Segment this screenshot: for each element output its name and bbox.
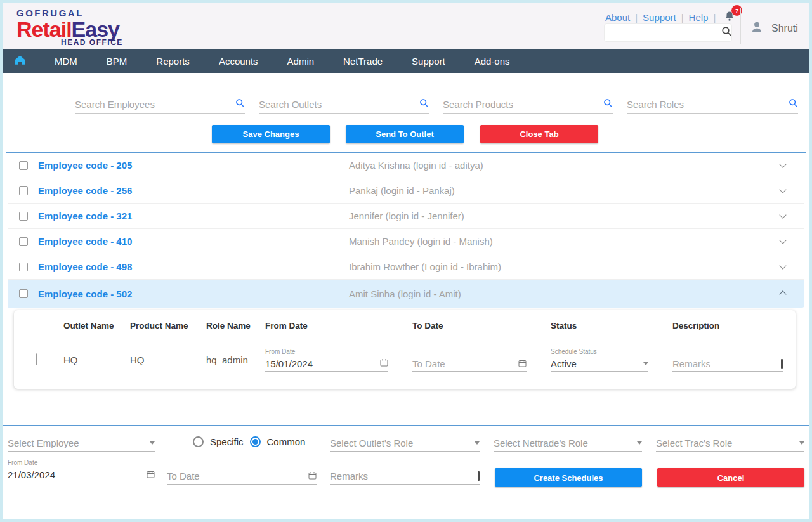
to-date-field[interactable]: To Date xyxy=(167,468,317,485)
remarks-field[interactable]: Remarks xyxy=(672,356,783,372)
nav-item-nettrade[interactable]: NetTrade xyxy=(329,56,397,67)
nettrade-role-placeholder[interactable]: Select Nettrade's Role xyxy=(494,438,588,448)
chevron-down-icon[interactable] xyxy=(779,186,786,193)
from-date-field[interactable]: From Date 21/03/2024 xyxy=(8,459,155,483)
nav-item-bpm[interactable]: BPM xyxy=(92,56,142,67)
text-cursor-bar xyxy=(781,359,783,369)
link-separator: | xyxy=(713,12,716,23)
employee-row-321[interactable]: Employee code - 321 Jennifer (login id -… xyxy=(8,204,804,229)
status-dropdown[interactable]: Schedule Status Active xyxy=(551,348,648,372)
trac-role-dropdown[interactable]: Select Trac's Role xyxy=(656,435,804,452)
col-description: Description xyxy=(665,321,790,330)
support-link[interactable]: Support xyxy=(643,12,676,23)
send-to-outlet-button[interactable]: Send To Outlet xyxy=(346,125,464,143)
select-employee-placeholder[interactable]: Select Employee xyxy=(8,438,79,448)
search-outlets-input[interactable] xyxy=(259,99,419,110)
dropdown-arrow-icon xyxy=(150,441,155,445)
product-value: HQ xyxy=(122,355,199,365)
row-checkbox[interactable] xyxy=(19,186,28,195)
chevron-down-icon[interactable] xyxy=(779,211,786,218)
calendar-icon[interactable] xyxy=(518,358,527,370)
col-product-name: Product Name xyxy=(122,321,199,330)
header-search-input[interactable] xyxy=(610,28,721,37)
to-date-field[interactable]: To Date xyxy=(412,356,527,372)
employee-code[interactable]: Employee code - 256 xyxy=(38,185,132,196)
notification-bell[interactable]: 7 xyxy=(723,10,737,24)
close-tab-button[interactable]: Close Tab xyxy=(480,125,598,143)
to-date-placeholder[interactable]: To Date xyxy=(412,358,445,369)
employee-list: Employee code - 205 Aditya Krishna (logi… xyxy=(3,153,809,389)
status-value[interactable]: Active xyxy=(551,358,577,369)
search-outlets-field[interactable] xyxy=(259,96,429,114)
link-separator: | xyxy=(681,12,684,23)
row-checkbox[interactable] xyxy=(19,161,28,170)
chevron-down-icon[interactable] xyxy=(779,160,786,167)
nettrade-role-dropdown[interactable]: Select Nettrade's Role xyxy=(494,435,642,452)
search-products-input[interactable] xyxy=(443,99,603,110)
cancel-button[interactable]: Cancel xyxy=(657,468,804,487)
calendar-icon[interactable] xyxy=(380,358,388,369)
specific-radio[interactable] xyxy=(193,436,204,447)
row-checkbox[interactable] xyxy=(19,289,28,298)
employee-code[interactable]: Employee code - 321 xyxy=(38,211,132,221)
col-role-name: Role Name xyxy=(199,321,258,330)
row-checkbox[interactable] xyxy=(19,237,28,246)
search-icon xyxy=(721,26,732,39)
remarks-placeholder[interactable]: Remarks xyxy=(672,358,710,369)
search-icon xyxy=(419,98,429,110)
specific-radio-label[interactable]: Specific xyxy=(210,436,244,447)
employee-row-498[interactable]: Employee code - 498 Ibrahim Rowther (Log… xyxy=(8,254,804,280)
chevron-down-icon[interactable] xyxy=(779,262,786,269)
help-link[interactable]: Help xyxy=(689,12,709,23)
search-employees-field[interactable] xyxy=(75,96,245,114)
employee-row-205[interactable]: Employee code - 205 Aditya Krishna (logi… xyxy=(8,153,804,178)
outlet-role-dropdown[interactable]: Select Outlet's Role xyxy=(330,435,480,452)
nav-item-reports[interactable]: Reports xyxy=(141,56,204,67)
nav-item-mdm[interactable]: MDM xyxy=(40,56,92,67)
trac-role-placeholder[interactable]: Select Trac's Role xyxy=(656,438,732,448)
save-changes-button[interactable]: Save Changes xyxy=(212,125,330,143)
from-date-value[interactable]: 21/03/2024 xyxy=(8,469,55,480)
col-from-date: From Date xyxy=(258,321,405,330)
outlet-value: HQ xyxy=(56,355,122,365)
remarks-placeholder[interactable]: Remarks xyxy=(330,471,368,481)
chevron-up-icon[interactable] xyxy=(779,290,786,297)
create-schedules-button[interactable]: Create Schedules xyxy=(495,468,642,487)
calendar-icon[interactable] xyxy=(308,471,317,482)
employee-code[interactable]: Employee code - 498 xyxy=(38,261,132,272)
search-roles-input[interactable] xyxy=(627,99,789,110)
employee-row-502[interactable]: Employee code - 502 Amit Sinha (login id… xyxy=(8,280,804,308)
common-radio-label[interactable]: Common xyxy=(267,436,306,447)
nav-item-accounts[interactable]: Accounts xyxy=(204,56,273,67)
to-date-placeholder[interactable]: To Date xyxy=(167,471,200,481)
nav-item-addons[interactable]: Add-ons xyxy=(460,56,525,67)
row-checkbox[interactable] xyxy=(19,263,28,271)
user-profile[interactable]: Shruti xyxy=(749,19,798,38)
chevron-down-icon[interactable] xyxy=(779,237,786,244)
select-employee-dropdown[interactable]: Select Employee xyxy=(8,435,155,452)
from-date-value[interactable]: 15/01/2024 xyxy=(265,358,313,369)
calendar-icon[interactable] xyxy=(147,469,155,481)
schedule-row-checkbox[interactable] xyxy=(36,353,37,365)
search-roles-field[interactable] xyxy=(627,96,798,114)
search-employees-input[interactable] xyxy=(75,99,235,110)
content-spacer xyxy=(3,389,809,425)
employee-code[interactable]: Employee code - 502 xyxy=(38,289,132,299)
nav-item-support[interactable]: Support xyxy=(397,56,460,67)
employee-row-256[interactable]: Employee code - 256 Pankaj (login id - P… xyxy=(8,178,804,204)
nav-home[interactable] xyxy=(14,54,26,69)
employee-code[interactable]: Employee code - 205 xyxy=(38,160,132,171)
from-date-field[interactable]: From Date 15/01/2024 xyxy=(265,348,388,372)
row-checkbox[interactable] xyxy=(19,212,28,221)
about-link[interactable]: About xyxy=(605,12,630,23)
nav-item-admin[interactable]: Admin xyxy=(273,56,329,67)
search-products-field[interactable] xyxy=(443,96,613,114)
employee-name: Manish Pandey (login id - Manish) xyxy=(349,236,493,247)
employee-code[interactable]: Employee code - 410 xyxy=(38,236,132,247)
header-search[interactable] xyxy=(604,23,732,42)
remarks-field[interactable]: Remarks xyxy=(330,468,480,485)
outlet-role-placeholder[interactable]: Select Outlet's Role xyxy=(330,438,413,448)
employee-row-410[interactable]: Employee code - 410 Manish Pandey (login… xyxy=(8,229,804,254)
from-date-label: From Date xyxy=(265,348,388,355)
common-radio[interactable] xyxy=(250,436,261,447)
